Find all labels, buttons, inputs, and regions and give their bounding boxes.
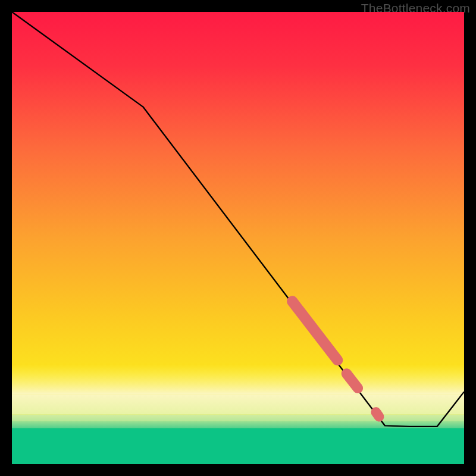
color-band [12, 394, 464, 414]
chart-container: TheBottleneck.com [0, 0, 476, 476]
color-band [12, 421, 464, 428]
plot-area [12, 12, 464, 464]
highlight-segment [376, 412, 379, 417]
chart-svg [12, 12, 464, 464]
color-band [12, 414, 464, 421]
color-band [12, 428, 464, 464]
color-band [12, 365, 464, 394]
